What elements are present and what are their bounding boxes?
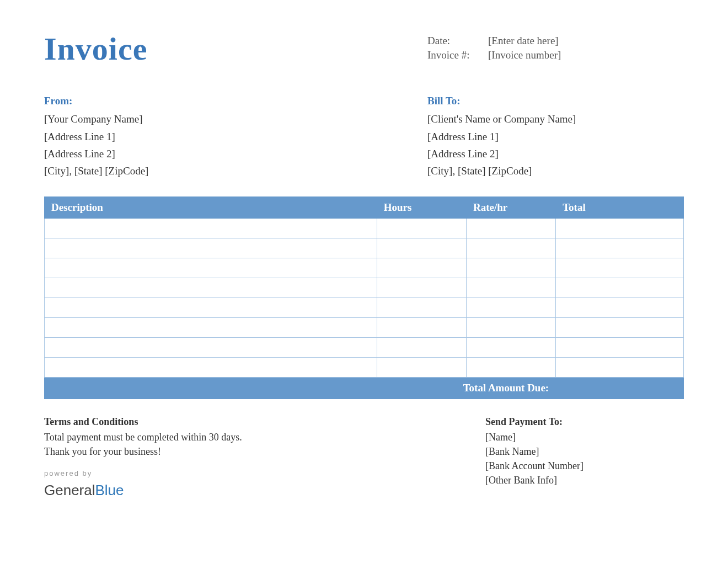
payment-line[interactable]: [Name] — [485, 430, 684, 444]
invoice-number-field[interactable]: [Invoice number] — [488, 49, 561, 61]
table-row — [45, 218, 684, 238]
cell-description[interactable] — [45, 218, 377, 238]
powered-by-block: powered by GeneralBlue — [44, 469, 242, 501]
payment-line[interactable]: [Other Bank Info] — [485, 473, 684, 487]
cell-hours[interactable] — [377, 337, 466, 357]
header-rate: Rate/hr — [466, 196, 555, 218]
payment-line[interactable]: [Bank Name] — [485, 444, 684, 459]
line-items-table: Description Hours Rate/hr Total Total Am… — [44, 196, 684, 399]
bill-to-line[interactable]: [City], [State] [ZipCode] — [427, 162, 684, 179]
header-hours: Hours — [377, 196, 466, 218]
cell-total[interactable] — [556, 298, 684, 317]
cell-hours[interactable] — [377, 238, 466, 258]
table-row — [45, 357, 684, 377]
payment-heading: Send Payment To: — [485, 415, 684, 429]
cell-hours[interactable] — [377, 258, 466, 278]
cell-description[interactable] — [45, 337, 377, 357]
cell-total[interactable] — [556, 337, 684, 357]
bill-to-heading: Bill To: — [427, 92, 684, 109]
table-row — [45, 258, 684, 278]
cell-hours[interactable] — [377, 298, 466, 317]
cell-description[interactable] — [45, 278, 377, 298]
table-row — [45, 317, 684, 337]
cell-rate[interactable] — [466, 298, 555, 317]
cell-rate[interactable] — [466, 337, 555, 357]
cell-total[interactable] — [556, 278, 684, 298]
terms-block: Terms and Conditions Total payment must … — [44, 415, 242, 501]
date-field[interactable]: [Enter date here] — [488, 35, 559, 47]
from-line[interactable]: [Address Line 2] — [44, 145, 148, 162]
cell-rate[interactable] — [466, 317, 555, 337]
cell-description[interactable] — [45, 317, 377, 337]
cell-total[interactable] — [556, 218, 684, 238]
from-line[interactable]: [Address Line 1] — [44, 128, 148, 145]
bill-to-line[interactable]: [Address Line 2] — [427, 145, 684, 162]
cell-total[interactable] — [556, 357, 684, 377]
payment-block: Send Payment To: [Name] [Bank Name] [Ban… — [485, 415, 684, 501]
from-line[interactable]: [Your Company Name] — [44, 110, 148, 128]
terms-heading: Terms and Conditions — [44, 415, 242, 429]
cell-hours[interactable] — [377, 218, 466, 238]
powered-by-label: powered by — [44, 469, 242, 479]
invoice-meta: Date: [Enter date here] Invoice #: [Invo… — [427, 35, 684, 63]
invoice-title: Invoice — [44, 30, 147, 67]
cell-description[interactable] — [45, 357, 377, 377]
date-label: Date: — [427, 35, 488, 47]
cell-hours[interactable] — [377, 357, 466, 377]
invoice-number-label: Invoice #: — [427, 49, 488, 61]
table-row — [45, 278, 684, 298]
header-total: Total — [556, 196, 684, 218]
cell-rate[interactable] — [466, 357, 555, 377]
from-block: From: [Your Company Name] [Address Line … — [44, 92, 148, 180]
cell-rate[interactable] — [466, 258, 555, 278]
generalblue-logo: GeneralBlue — [44, 480, 242, 501]
total-amount-value[interactable] — [556, 377, 684, 399]
cell-total[interactable] — [556, 258, 684, 278]
logo-blue: Blue — [95, 482, 124, 498]
cell-hours[interactable] — [377, 317, 466, 337]
table-row — [45, 238, 684, 258]
cell-description[interactable] — [45, 238, 377, 258]
cell-total[interactable] — [556, 238, 684, 258]
terms-line: Thank you for your business! — [44, 444, 242, 459]
payment-line[interactable]: [Bank Account Number] — [485, 459, 684, 473]
cell-description[interactable] — [45, 258, 377, 278]
bill-to-block: Bill To: [Client's Name or Company Name]… — [427, 92, 684, 180]
logo-general: General — [44, 482, 95, 498]
cell-rate[interactable] — [466, 218, 555, 238]
table-row — [45, 298, 684, 317]
terms-line: Total payment must be completed within 3… — [44, 430, 242, 444]
cell-hours[interactable] — [377, 278, 466, 298]
cell-total[interactable] — [556, 317, 684, 337]
cell-rate[interactable] — [466, 278, 555, 298]
from-heading: From: — [44, 92, 148, 109]
from-line[interactable]: [City], [State] [ZipCode] — [44, 162, 148, 179]
bill-to-line[interactable]: [Address Line 1] — [427, 128, 684, 145]
cell-rate[interactable] — [466, 238, 555, 258]
table-row — [45, 337, 684, 357]
bill-to-line[interactable]: [Client's Name or Company Name] — [427, 110, 684, 128]
header-description: Description — [45, 196, 377, 218]
total-amount-label: Total Amount Due: — [45, 377, 556, 399]
cell-description[interactable] — [45, 298, 377, 317]
